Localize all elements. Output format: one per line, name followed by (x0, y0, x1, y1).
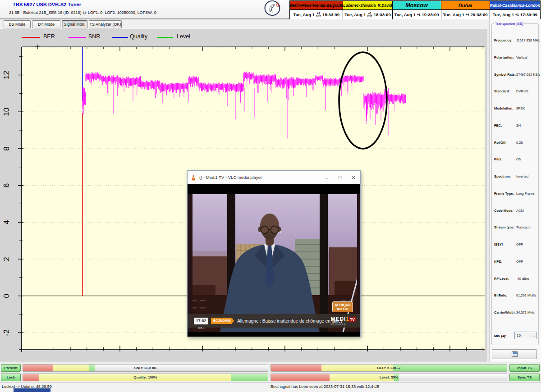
vlc-cone-icon (190, 174, 197, 181)
transponder-row-label: NPD: (494, 260, 502, 264)
transponder-row-value: 34,371 MHz (516, 310, 534, 315)
close-button[interactable]: ✕ (347, 171, 360, 184)
snr-meter: SNR: 11,0 dB (23, 364, 268, 372)
dst-flag: DST (367, 15, 372, 18)
svg-text:6: 6 (2, 183, 11, 187)
best-signal-status: Best signal has been seen at 2023-07-31 … (270, 384, 379, 389)
medi1tv-logo: MEDI1TV MAGHREB (330, 316, 356, 328)
app-title: TBS 5927 USB DVB-S2 Tuner (13, 2, 81, 7)
transponder-row-label: Polarization: (494, 55, 514, 59)
transponder-row-value: Long Frame (516, 191, 534, 196)
utc-offset: +1 (515, 14, 518, 16)
transponder-row-value: OFF (516, 260, 523, 264)
tab-ts-analyzer[interactable]: TS Analyzer (OK) (89, 20, 122, 28)
clock-city-label: Berlin-Paris-Vienna-Belgrade (290, 1, 343, 10)
legend-line-ber (22, 37, 40, 38)
transponder-panel: Transponder [BS] Frequency:11617,838 MHz… (489, 19, 541, 362)
video-area[interactable]: AFRIQUE INFOS 17:32GMT+1 ÉCONOMIE Allema… (188, 194, 360, 332)
mis-value: 16 (517, 333, 521, 337)
clock-time: Tue, Aug 1+420:33:09 (441, 10, 490, 19)
vlc-window: () - Medi1 TV - VLC media player – □ ✕ (187, 170, 361, 337)
transponder-row-label: Spectrum: (494, 174, 511, 178)
transponder-row: Spectrum:Inverted (492, 174, 539, 180)
transponder-row-label: Modulation: (494, 106, 513, 110)
clock-date: Tue, Aug 1 (493, 12, 514, 17)
transponder-row-label: Frame Type: (494, 191, 514, 196)
legend-label-ber: BER (43, 33, 55, 40)
svg-text:12: 12 (2, 71, 11, 79)
window-pillar-right (320, 194, 328, 332)
legend-label-level: Level (177, 33, 190, 40)
maximize-button[interactable]: □ (333, 171, 347, 184)
transponder-row-value: 3/4 (516, 123, 521, 128)
svg-text:2: 2 (2, 257, 11, 261)
transponder-row-value: Inverted (516, 174, 528, 178)
legend-line-quality (112, 37, 128, 38)
dxsatcs-logo: DXSATCS.COM (259, 0, 285, 19)
transponder-row-value: 0.25 (516, 141, 523, 145)
vlc-window-title: () - Medi1 TV - VLC media player (199, 175, 262, 180)
vlc-titlebar[interactable]: () - Medi1 TV - VLC media player – □ ✕ (188, 171, 360, 184)
level-meter: Level: 55% (270, 374, 507, 381)
present-indicator[interactable]: Present (1, 364, 21, 372)
meter-text: SNR: 11,0 dB (23, 365, 268, 372)
mis-label: MIS (4): (494, 334, 506, 338)
earpiece (280, 231, 281, 233)
svg-text:8: 8 (2, 146, 11, 150)
ticker-headline: Allemagne : Baisse inattendue du chômage… (237, 319, 342, 324)
legend-line-snr (69, 37, 86, 38)
transponder-groupbox: Transponder [BS] Frequency:11617,838 MHz… (491, 23, 539, 345)
signal-meters-bar: Present Lock SNR: 11,0 dB Quality: 100% … (0, 363, 541, 382)
tab-bs-mode[interactable]: BS Mode (4, 20, 31, 28)
tuner-subtitle: 21.6E - Eutelsat 21B_SES 16 (ID: 0216) @… (9, 10, 156, 15)
frame-edge-left (188, 194, 193, 332)
transponder-row-label: Frequency: (494, 38, 512, 42)
clock-city-label: Dubai (441, 1, 490, 10)
sync-ts-indicator[interactable]: Sync TS (509, 374, 540, 381)
ts-capture-button[interactable] (492, 349, 537, 359)
svg-text:10: 10 (2, 108, 11, 116)
quality-meter: Quality: 100% (23, 374, 268, 381)
clock-city-label: Lučenec-Slovakia_R.Dávid (343, 1, 392, 10)
transponder-row: FEC:3/4 (492, 123, 539, 129)
satellite-dish-icon (264, 0, 280, 16)
input-ts-indicator[interactable]: Input TS (509, 364, 540, 372)
meter-text: BER: < 1.0E-7 (271, 365, 507, 372)
clock-hms: 17:33:09 (520, 12, 537, 17)
transponder-row-value: 61,291 Mbit/s (516, 293, 536, 297)
transponder-row-label: FEC: (494, 123, 502, 128)
transponder-row-value: -40 dBm (516, 277, 529, 281)
transponder-row-label: RollOff: (494, 141, 507, 145)
header-bar: TBS 5927 USB DVB-S2 Tuner 21.6E - Eutels… (0, 0, 541, 19)
video-letterbox-bottom (188, 332, 360, 337)
clock-date: Tue, Aug 1 (443, 12, 465, 17)
transponder-row: Stream type:Transport (492, 225, 539, 231)
clock-rabat-casablanca-london: Rabat-Casablanca-London Tue, Aug 1+117:3… (490, 0, 541, 20)
transponder-row: ISSYIOFF (492, 242, 539, 248)
transponder-row-value: 11617,838 MHz (516, 38, 540, 42)
transponder-row: Code Mode:ACM (492, 209, 539, 214)
meter-text: Level: 55% (271, 374, 507, 381)
tab-dt-mode[interactable]: DT Mode (32, 20, 60, 28)
transponder-row-label: BitRate: (494, 293, 507, 297)
taskbar-item[interactable] (14, 388, 50, 392)
utc-offset: +4 (466, 14, 469, 16)
clock-date: Tue, Aug 1 (293, 12, 315, 17)
meter-text: Quality: 100% (23, 374, 268, 381)
clock-hms: 18:33:09 (322, 12, 339, 17)
clock-time: Tue, Aug 1+117:33:09 (490, 10, 540, 19)
clock-hms: 19:33:09 (422, 12, 439, 17)
transponder-row-value: Transport (516, 225, 531, 229)
logo-subtext: MAGHREB (330, 322, 356, 328)
lock-indicator[interactable]: Lock (1, 374, 21, 381)
clock-hms: 20:33:09 (470, 12, 487, 17)
ber-meter: BER: < 1.0E-7 (270, 364, 507, 372)
transponder-row-label: ISSYI (494, 242, 503, 246)
minimize-button[interactable]: – (320, 171, 333, 184)
transponder-row-label: RF Level: (494, 277, 509, 281)
transponder-title: Transponder [BS] (494, 22, 524, 26)
mis-dropdown[interactable]: 16⌄ (514, 332, 537, 339)
transponder-row: Modulation:8PSK (492, 106, 539, 112)
ticker-time: 17:32GMT+1 (194, 318, 208, 324)
tab-signal-mon[interactable]: Signal Mon. (62, 20, 87, 28)
